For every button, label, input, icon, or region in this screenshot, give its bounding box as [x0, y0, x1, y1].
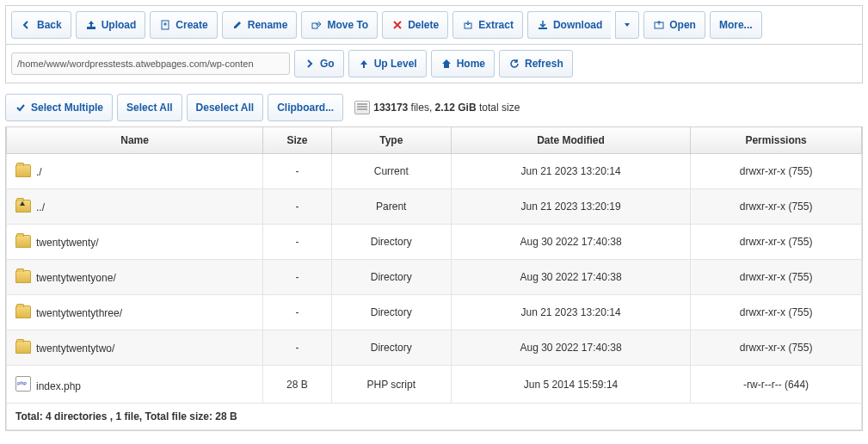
- file-count: 133173: [373, 102, 408, 114]
- svg-rect-0: [87, 27, 95, 29]
- file-name: ./: [36, 166, 42, 178]
- delete-button[interactable]: Delete: [382, 11, 448, 39]
- selection-bar: Select Multiple Select All Deselect All …: [0, 89, 868, 126]
- move-button[interactable]: Move To: [301, 11, 378, 39]
- extract-icon: [462, 19, 474, 31]
- col-date[interactable]: Date Modified: [451, 127, 690, 154]
- table-row[interactable]: ../-ParentJun 21 2023 13:20:19drwxr-xr-x…: [7, 189, 862, 225]
- table-row[interactable]: index.php28 BPHP scriptJun 5 2014 15:59:…: [7, 366, 862, 404]
- arrow-left-icon: [21, 19, 33, 31]
- file-size: -: [263, 154, 332, 189]
- file-size: -: [263, 225, 332, 260]
- up-level-button[interactable]: Up Level: [348, 50, 427, 77]
- more-label: More...: [719, 19, 753, 31]
- table-row[interactable]: ./-CurrentJun 21 2023 13:20:14drwxr-xr-x…: [7, 154, 862, 189]
- rename-button[interactable]: Rename: [222, 11, 298, 39]
- extract-label: Extract: [478, 19, 514, 31]
- table-row[interactable]: twentytwenty/-DirectoryAug 30 2022 17:40…: [7, 225, 862, 260]
- file-type: Directory: [331, 295, 451, 330]
- file-date: Aug 30 2022 17:40:38: [451, 225, 690, 260]
- upload-button[interactable]: Upload: [76, 11, 146, 39]
- file-table: Name Size Type Date Modified Permissions…: [6, 127, 862, 430]
- svg-rect-4: [539, 28, 547, 29]
- table-row[interactable]: twentytwentythree/-DirectoryJun 21 2023 …: [7, 295, 862, 330]
- nav-toolbar: Go Up Level Home Refresh: [6, 45, 862, 83]
- col-size[interactable]: Size: [263, 127, 332, 154]
- file-perm: drwxr-xr-x (755): [691, 260, 862, 295]
- stats-text: 133173 files, 2.12 GiB total size: [354, 101, 520, 114]
- summary-row: Total: 4 directories , 1 file, Total fil…: [7, 404, 862, 430]
- delete-label: Delete: [408, 19, 439, 31]
- file-type: Current: [331, 154, 451, 189]
- download-dropdown[interactable]: [615, 11, 639, 39]
- file-perm: -rw-r--r-- (644): [691, 366, 862, 404]
- file-date: Jun 21 2023 13:20:14: [451, 154, 690, 189]
- file-size: 28 B: [263, 366, 332, 404]
- create-label: Create: [175, 19, 207, 31]
- file-date: Aug 30 2022 17:40:38: [451, 260, 690, 295]
- file-type: Parent: [331, 189, 451, 225]
- php-icon: [15, 376, 31, 392]
- select-all-label: Select All: [126, 102, 173, 114]
- database-icon: [354, 101, 370, 114]
- path-input[interactable]: [11, 52, 290, 75]
- file-perm: drwxr-xr-x (755): [691, 330, 862, 366]
- folder-icon: [15, 341, 31, 354]
- select-all-button[interactable]: Select All: [117, 94, 182, 121]
- home-button[interactable]: Home: [431, 50, 495, 77]
- col-perm[interactable]: Permissions: [691, 127, 862, 154]
- main-toolbar: Back Upload Create Rename Move To Delete…: [6, 6, 862, 45]
- refresh-button[interactable]: Refresh: [499, 50, 573, 77]
- go-button[interactable]: Go: [294, 50, 344, 77]
- folder-icon: [15, 235, 31, 248]
- pencil-icon: [231, 19, 243, 31]
- col-name[interactable]: Name: [7, 127, 263, 154]
- create-button[interactable]: Create: [150, 11, 217, 39]
- select-multiple-label: Select Multiple: [31, 102, 103, 114]
- back-label: Back: [37, 19, 62, 31]
- folder-icon: [15, 270, 31, 283]
- file-perm: drwxr-xr-x (755): [691, 189, 862, 225]
- file-name: ../: [36, 201, 45, 213]
- select-multiple-button[interactable]: Select Multiple: [5, 94, 113, 121]
- open-button[interactable]: Open: [643, 11, 705, 39]
- refresh-icon: [508, 58, 520, 70]
- home-label: Home: [457, 58, 485, 70]
- col-type[interactable]: Type: [331, 127, 451, 154]
- file-date: Jun 21 2023 13:20:19: [451, 189, 690, 225]
- file-name: twentytwentytwo/: [36, 342, 114, 355]
- back-button[interactable]: Back: [11, 11, 71, 39]
- open-icon: [653, 19, 665, 31]
- deselect-all-button[interactable]: Deselect All: [187, 94, 264, 121]
- clipboard-label: Clipboard...: [277, 102, 334, 114]
- table-row[interactable]: twentytwentyone/-DirectoryAug 30 2022 17…: [7, 260, 862, 295]
- home-icon: [440, 58, 452, 70]
- clipboard-button[interactable]: Clipboard...: [268, 94, 343, 121]
- file-type: Directory: [331, 330, 451, 366]
- check-icon: [15, 102, 27, 114]
- file-date: Jun 5 2014 15:59:14: [451, 366, 690, 404]
- file-size: -: [263, 330, 332, 366]
- refresh-label: Refresh: [525, 58, 563, 70]
- download-button[interactable]: Download: [527, 11, 611, 39]
- file-type: PHP script: [331, 366, 451, 404]
- file-type: Directory: [331, 225, 451, 260]
- table-row[interactable]: twentytwentytwo/-DirectoryAug 30 2022 17…: [7, 330, 862, 366]
- file-size: -: [263, 189, 332, 225]
- upload-icon: [85, 19, 97, 31]
- file-date: Jun 21 2023 13:20:14: [451, 295, 690, 330]
- file-size: -: [263, 260, 332, 295]
- file-size: -: [263, 295, 332, 330]
- more-button[interactable]: More...: [710, 11, 762, 39]
- move-label: Move To: [327, 19, 368, 31]
- up-label: Up Level: [374, 58, 417, 70]
- total-size: 2.12 GiB: [435, 102, 477, 114]
- folder-icon: [15, 164, 31, 177]
- move-icon: [311, 19, 323, 31]
- file-perm: drwxr-xr-x (755): [691, 225, 862, 260]
- file-name: index.php: [36, 380, 81, 392]
- folder-up-icon: [15, 200, 31, 213]
- extract-button[interactable]: Extract: [452, 11, 523, 39]
- open-label: Open: [669, 19, 696, 31]
- chevron-down-icon: [621, 19, 633, 31]
